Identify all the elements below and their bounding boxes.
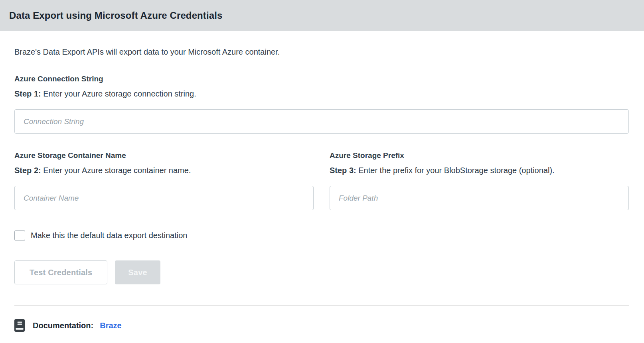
documentation-label: Documentation: — [33, 321, 93, 330]
step-3-text: Enter the prefix for your BlobStorage st… — [358, 166, 554, 175]
connection-string-heading: Azure Connection String — [14, 75, 629, 83]
step-1-label: Step 1: — [14, 89, 41, 98]
storage-prefix-step: Step 3: Enter the prefix for your BlobSt… — [330, 166, 629, 175]
connection-string-section: Azure Connection String Step 1: Enter yo… — [14, 75, 629, 134]
folder-path-input[interactable] — [330, 186, 629, 210]
connection-string-input[interactable] — [14, 109, 629, 134]
panel-header: Data Export using Microsoft Azure Creden… — [0, 0, 644, 31]
container-name-input[interactable] — [14, 186, 314, 210]
default-destination-label: Make this the default data export destin… — [31, 231, 187, 240]
test-credentials-button[interactable]: Test Credentials — [14, 260, 107, 284]
default-destination-checkbox[interactable] — [14, 230, 25, 241]
container-name-section: Azure Storage Container Name Step 2: Ent… — [14, 134, 314, 210]
default-destination-row: Make this the default data export destin… — [14, 230, 629, 241]
action-buttons: Test Credentials Save — [14, 260, 629, 284]
step-2-label: Step 2: — [14, 166, 41, 175]
step-2-text: Enter your Azure storage container name. — [43, 166, 191, 175]
storage-prefix-section: Azure Storage Prefix Step 3: Enter the p… — [330, 134, 629, 210]
connection-string-step: Step 1: Enter your Azure storage connect… — [14, 89, 629, 99]
book-icon — [14, 319, 25, 332]
container-name-step: Step 2: Enter your Azure storage contain… — [14, 166, 314, 175]
container-and-prefix-row: Azure Storage Container Name Step 2: Ent… — [14, 134, 629, 210]
intro-text: Braze's Data Export APIs will export dat… — [14, 47, 629, 57]
page-title: Data Export using Microsoft Azure Creden… — [9, 10, 222, 21]
azure-credentials-form: Braze's Data Export APIs will export dat… — [0, 47, 644, 332]
step-1-text: Enter your Azure storage connection stri… — [43, 89, 196, 98]
save-button[interactable]: Save — [115, 260, 160, 284]
container-name-heading: Azure Storage Container Name — [14, 151, 314, 160]
documentation-braze-link[interactable]: Braze — [100, 321, 121, 330]
section-divider — [14, 306, 629, 306]
step-3-label: Step 3: — [330, 166, 356, 175]
documentation-row: Documentation: Braze — [14, 319, 629, 332]
storage-prefix-heading: Azure Storage Prefix — [330, 151, 629, 160]
